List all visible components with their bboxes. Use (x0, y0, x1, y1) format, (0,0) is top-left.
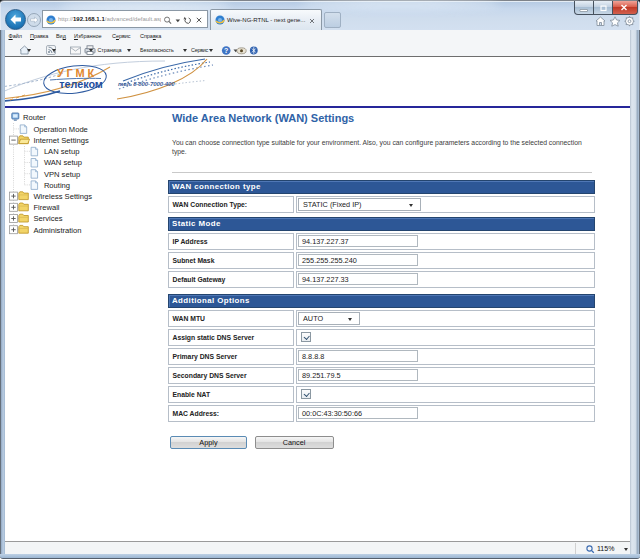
svg-text:Routing: Routing (44, 181, 70, 190)
svg-text:LAN setup: LAN setup (44, 147, 79, 156)
svg-text:Router: Router (23, 113, 46, 122)
svg-text:Services: Services (33, 214, 62, 223)
svg-text:Wireless Settings: Wireless Settings (33, 192, 92, 201)
svg-text:Operation Mode: Operation Mode (33, 125, 87, 134)
svg-text:Administration: Administration (33, 226, 81, 235)
svg-text:WAN setup: WAN setup (44, 158, 82, 167)
svg-text:Internet Settings: Internet Settings (33, 136, 89, 145)
svg-text:?: ? (224, 47, 228, 54)
svg-text:Firewall: Firewall (33, 203, 59, 212)
svg-text:VPN setup: VPN setup (44, 170, 80, 179)
